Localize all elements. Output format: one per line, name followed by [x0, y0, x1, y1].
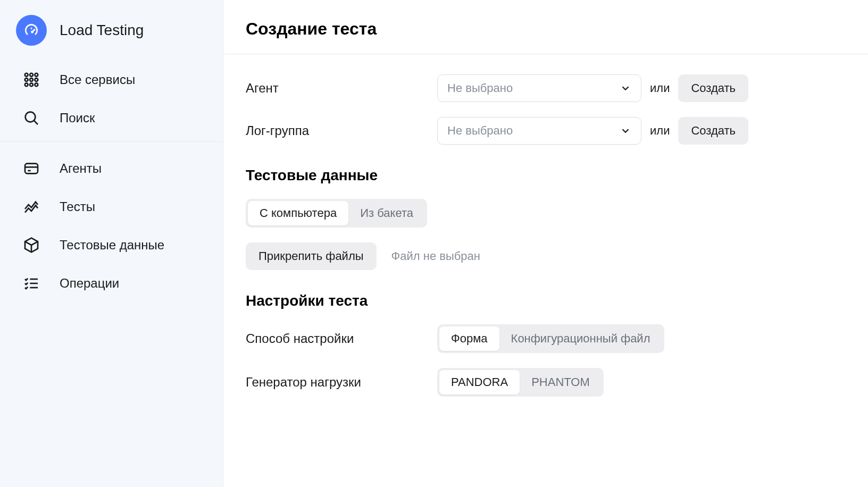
- tab-from-bucket[interactable]: Из бакета: [348, 201, 425, 225]
- generator-row: Генератор нагрузки PANDORA PHANTOM: [246, 368, 841, 397]
- search-icon: [16, 107, 47, 129]
- config-method-row: Способ настройки Форма Конфигурационный …: [246, 324, 841, 353]
- config-method-label: Способ настройки: [246, 331, 437, 346]
- or-text: или: [650, 124, 670, 138]
- sidebar-item-label: Все сервисы: [60, 72, 135, 87]
- sidebar-item-label: Агенты: [60, 161, 102, 176]
- divider: [223, 54, 868, 54]
- sidebar-brand-label: Load Testing: [60, 22, 144, 39]
- svg-point-0: [25, 73, 28, 77]
- agent-label: Агент: [246, 81, 437, 96]
- agent-select[interactable]: Не выбрано: [437, 74, 641, 102]
- or-text: или: [650, 81, 670, 95]
- svg-point-6: [25, 83, 28, 86]
- create-agent-button[interactable]: Создать: [678, 74, 748, 102]
- svg-point-7: [30, 83, 33, 86]
- chevron-down-icon: [620, 125, 631, 137]
- svg-rect-11: [25, 164, 38, 174]
- box-icon: [16, 234, 47, 256]
- generator-pandora[interactable]: PANDORA: [439, 370, 520, 394]
- svg-point-2: [35, 73, 38, 77]
- gauge-icon: [16, 15, 47, 46]
- svg-point-3: [25, 78, 28, 81]
- generator-phantom[interactable]: PHANTOM: [520, 370, 602, 394]
- method-config-file[interactable]: Конфигурационный файл: [499, 326, 662, 351]
- attach-files-button[interactable]: Прикрепить файлы: [246, 242, 377, 270]
- select-placeholder: Не выбрано: [447, 81, 513, 95]
- svg-point-5: [35, 78, 38, 81]
- settings-header: Настройки теста: [246, 292, 841, 309]
- agent-row: Агент Не выбрано или Создать: [246, 74, 841, 102]
- sidebar-item-agents[interactable]: Агенты: [0, 149, 223, 188]
- log-group-select[interactable]: Не выбрано: [437, 117, 641, 145]
- svg-point-8: [35, 83, 38, 86]
- sidebar-item-label: Тестовые данные: [60, 238, 164, 253]
- sidebar: Load Testing Все сервисы Поиск Агенты Те…: [0, 0, 223, 487]
- select-placeholder: Не выбрано: [447, 124, 513, 138]
- log-group-label: Лог-группа: [246, 123, 437, 138]
- generator-segmented: PANDORA PHANTOM: [437, 368, 604, 397]
- sidebar-brand[interactable]: Load Testing: [0, 0, 223, 61]
- method-form[interactable]: Форма: [439, 326, 499, 351]
- sidebar-item-label: Тесты: [60, 199, 95, 214]
- chevron-down-icon: [620, 82, 631, 94]
- sidebar-search[interactable]: Поиск: [0, 99, 223, 137]
- data-source-segmented: С компьютера Из бакета: [246, 199, 427, 228]
- config-method-segmented: Форма Конфигурационный файл: [437, 324, 664, 353]
- sidebar-item-test-data[interactable]: Тестовые данные: [0, 226, 223, 264]
- sidebar-item-operations[interactable]: Операции: [0, 264, 223, 303]
- list-check-icon: [16, 273, 47, 294]
- divider: [0, 141, 223, 142]
- svg-point-9: [26, 112, 36, 122]
- main-content: Создание теста Агент Не выбрано или Созд…: [223, 0, 868, 487]
- svg-point-1: [30, 73, 33, 77]
- sidebar-all-services[interactable]: Все сервисы: [0, 61, 223, 99]
- sidebar-item-label: Операции: [60, 276, 119, 291]
- chart-icon: [16, 196, 47, 217]
- svg-line-10: [34, 121, 38, 124]
- test-data-header: Тестовые данные: [246, 167, 841, 184]
- create-log-group-button[interactable]: Создать: [678, 117, 748, 145]
- svg-point-4: [30, 78, 33, 81]
- sidebar-item-tests[interactable]: Тесты: [0, 188, 223, 226]
- page-title: Создание теста: [246, 19, 841, 39]
- generator-label: Генератор нагрузки: [246, 375, 437, 390]
- log-group-row: Лог-группа Не выбрано или Создать: [246, 117, 841, 145]
- tab-from-computer[interactable]: С компьютера: [248, 201, 348, 225]
- grid-icon: [16, 69, 47, 90]
- sidebar-item-label: Поиск: [60, 111, 95, 125]
- card-icon: [16, 158, 47, 179]
- file-status-text: Файл не выбран: [391, 249, 480, 263]
